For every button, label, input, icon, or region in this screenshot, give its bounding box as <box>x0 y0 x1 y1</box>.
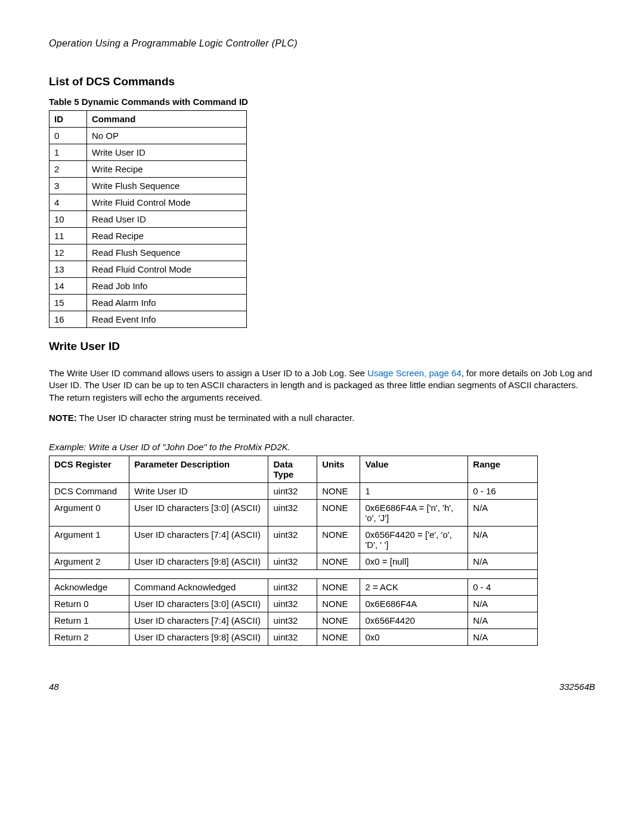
table-row: 14Read Job Info <box>49 278 247 295</box>
cell-reg: Argument 0 <box>49 500 129 527</box>
cell-units: NONE <box>317 596 360 612</box>
cell-value: 0x0 <box>360 629 468 646</box>
heading-dcs-commands: List of DCS Commands <box>49 75 595 88</box>
cell-range: N/A <box>468 500 538 527</box>
table-row: Argument 1User ID characters [7:4] (ASCI… <box>49 527 538 553</box>
th-register: DCS Register <box>49 456 129 483</box>
cell-type: uint32 <box>268 579 317 596</box>
cell-id: 15 <box>49 295 87 311</box>
cell-range: N/A <box>468 629 538 646</box>
cell-reg: Return 1 <box>49 612 129 629</box>
page-number: 48 <box>49 682 59 692</box>
note-label: NOTE: <box>49 413 77 423</box>
cell-command: Read Recipe <box>87 228 247 244</box>
example-table: DCS Register Parameter Description Data … <box>49 456 538 646</box>
th-units: Units <box>317 456 360 483</box>
cell-value: 2 = ACK <box>360 579 468 596</box>
cell-value: 0x6E686F4A = ['n', 'h', 'o', 'J'] <box>360 500 468 527</box>
note-text: The User ID character string must be ter… <box>77 413 355 423</box>
cell-reg: Acknowledge <box>49 579 129 596</box>
page-footer: 48 332564B <box>49 682 595 692</box>
table-row: Return 2User ID characters [9:8] (ASCII)… <box>49 629 538 646</box>
cell-units: NONE <box>317 527 360 553</box>
cell-reg: DCS Command <box>49 483 129 500</box>
cell-id: 11 <box>49 228 87 244</box>
cell-units: NONE <box>317 483 360 500</box>
cell-desc: User ID characters [3:0] (ASCII) <box>129 596 268 612</box>
cell-command: Read Fluid Control Mode <box>87 261 247 278</box>
cell-range: N/A <box>468 612 538 629</box>
cell-value: 1 <box>360 483 468 500</box>
table-row: 12Read Flush Sequence <box>49 244 247 261</box>
section-header: Operation Using a Programmable Logic Con… <box>49 38 595 49</box>
table-row: 11Read Recipe <box>49 228 247 244</box>
cell-range: N/A <box>468 527 538 553</box>
cell-command: No OP <box>87 128 247 144</box>
cell-desc: Write User ID <box>129 483 268 500</box>
cell-id: 1 <box>49 144 87 161</box>
table-spacer-row <box>49 570 538 579</box>
cell-range: 0 - 16 <box>468 483 538 500</box>
table-row: 15Read Alarm Info <box>49 295 247 311</box>
cell-command: Write Flush Sequence <box>87 178 247 194</box>
cell-command: Read Alarm Info <box>87 295 247 311</box>
cell-command: Read Flush Sequence <box>87 244 247 261</box>
cell-id: 2 <box>49 161 87 178</box>
cell-type: uint32 <box>268 612 317 629</box>
cell-desc: User ID characters [3:0] (ASCII) <box>129 500 268 527</box>
cell-id: 0 <box>49 128 87 144</box>
cell-units: NONE <box>317 612 360 629</box>
cell-command: Write Fluid Control Mode <box>87 194 247 211</box>
cell-id: 12 <box>49 244 87 261</box>
para1-text-a: The Write User ID command allows users t… <box>49 368 367 378</box>
cell-units: NONE <box>317 629 360 646</box>
cell-desc: User ID characters [7:4] (ASCII) <box>129 527 268 553</box>
table-row: DCS CommandWrite User IDuint32NONE10 - 1… <box>49 483 538 500</box>
cell-id: 16 <box>49 311 87 328</box>
cell-desc: Command Acknowledged <box>129 579 268 596</box>
note-paragraph: NOTE: The User ID character string must … <box>49 412 595 424</box>
cell-value: 0x0 = [null] <box>360 553 468 570</box>
table-row: Argument 0User ID characters [3:0] (ASCI… <box>49 500 538 527</box>
cell-type: uint32 <box>268 596 317 612</box>
cell-reg: Return 0 <box>49 596 129 612</box>
cell-value: 0x656F4420 <box>360 612 468 629</box>
table-row: Return 0User ID characters [3:0] (ASCII)… <box>49 596 538 612</box>
cell-command: Write User ID <box>87 144 247 161</box>
table-row: 10Read User ID <box>49 211 247 228</box>
table1-caption: Table 5 Dynamic Commands with Command ID <box>49 97 595 107</box>
cell-type: uint32 <box>268 527 317 553</box>
usage-screen-link[interactable]: Usage Screen, page 64 <box>367 368 462 378</box>
table-row: AcknowledgeCommand Acknowledgeduint32NON… <box>49 579 538 596</box>
cell-type: uint32 <box>268 483 317 500</box>
table-row: 3Write Flush Sequence <box>49 178 247 194</box>
example-caption: Example: Write a User ID of "John Doe" t… <box>49 442 595 452</box>
cell-command: Read Job Info <box>87 278 247 295</box>
cell-range: 0 - 4 <box>468 579 538 596</box>
cell-reg: Argument 2 <box>49 553 129 570</box>
cell-command: Write Recipe <box>87 161 247 178</box>
cell-id: 3 <box>49 178 87 194</box>
document-id: 332564B <box>559 682 595 692</box>
th-id: ID <box>49 111 87 128</box>
cell-command: Read Event Info <box>87 311 247 328</box>
table-row: Return 1User ID characters [7:4] (ASCII)… <box>49 612 538 629</box>
th-description: Parameter Description <box>129 456 268 483</box>
cell-range: N/A <box>468 553 538 570</box>
table-row: 1Write User ID <box>49 144 247 161</box>
cell-id: 4 <box>49 194 87 211</box>
th-range: Range <box>468 456 538 483</box>
cell-desc: User ID characters [9:8] (ASCII) <box>129 553 268 570</box>
table-row: 16Read Event Info <box>49 311 247 328</box>
cell-desc: User ID characters [7:4] (ASCII) <box>129 612 268 629</box>
th-command: Command <box>87 111 247 128</box>
table-row: Argument 2User ID characters [9:8] (ASCI… <box>49 553 538 570</box>
cell-reg: Return 2 <box>49 629 129 646</box>
cell-type: uint32 <box>268 500 317 527</box>
cell-desc: User ID characters [9:8] (ASCII) <box>129 629 268 646</box>
cell-id: 14 <box>49 278 87 295</box>
heading-write-user-id: Write User ID <box>49 340 595 353</box>
table-row: 13Read Fluid Control Mode <box>49 261 247 278</box>
cell-units: NONE <box>317 500 360 527</box>
cell-reg: Argument 1 <box>49 527 129 553</box>
